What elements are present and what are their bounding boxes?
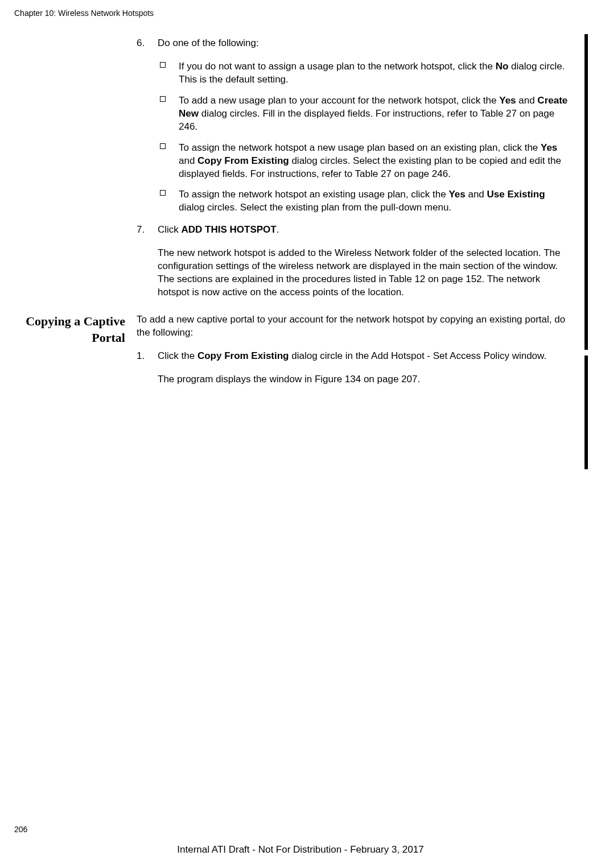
copying-captive-portal-section: Copying a Captive Portal To add a new ca… [137,313,569,386]
step-6-sub-3: To assign the network hotspot a new usag… [158,142,569,181]
step-6-sub-4: To assign the network hotspot an existin… [158,188,569,214]
page-number: 206 [14,825,27,834]
step-6-sub-2: To add a new usage plan to your account … [158,94,569,134]
step-6-text: Do one of the following: [158,37,569,50]
bullet-icon [160,62,166,68]
section-intro-text: To add a new captive portal to your acco… [137,313,569,340]
bullet-icon [160,190,166,196]
chapter-header: Chapter 10: Wireless Network Hotspots [14,9,154,18]
section-title: Copying a Captive Portal [23,313,125,346]
step-7: 7. Click ADD THIS HOTSPOT. The new netwo… [137,224,569,299]
change-bar-1 [584,34,588,350]
sub-text: To add a new usage plan to your account … [179,95,567,132]
main-content: 6. Do one of the following: If you do no… [137,37,569,399]
step-7-text: Click ADD THIS HOTSPOT. [158,224,569,237]
step-6-sub-1: If you do not want to assign a usage pla… [158,60,569,86]
change-bar-2 [584,356,588,469]
bullet-icon [160,96,166,102]
section-step-1: 1. Click the Copy From Existing dialog c… [137,350,569,386]
step-6-sublist: If you do not want to assign a usage pla… [158,60,569,214]
sub-text: To assign the network hotspot a new usag… [179,142,561,179]
step-7-number: 7. [137,224,145,237]
footer-draft-notice: Internal ATI Draft - Not For Distributio… [0,844,601,855]
section-step-1-text: Click the Copy From Existing dialog circ… [158,350,569,363]
section-step-1-number: 1. [137,350,145,363]
sub-text: If you do not want to assign a usage pla… [179,61,565,85]
step-7-result: The new network hotspot is added to the … [158,247,569,299]
step-6: 6. Do one of the following: If you do no… [137,37,569,214]
sub-text: To assign the network hotspot an existin… [179,189,545,213]
step-6-number: 6. [137,37,145,50]
section-step-1-result: The program displays the window in Figur… [158,373,569,386]
bullet-icon [160,143,166,149]
